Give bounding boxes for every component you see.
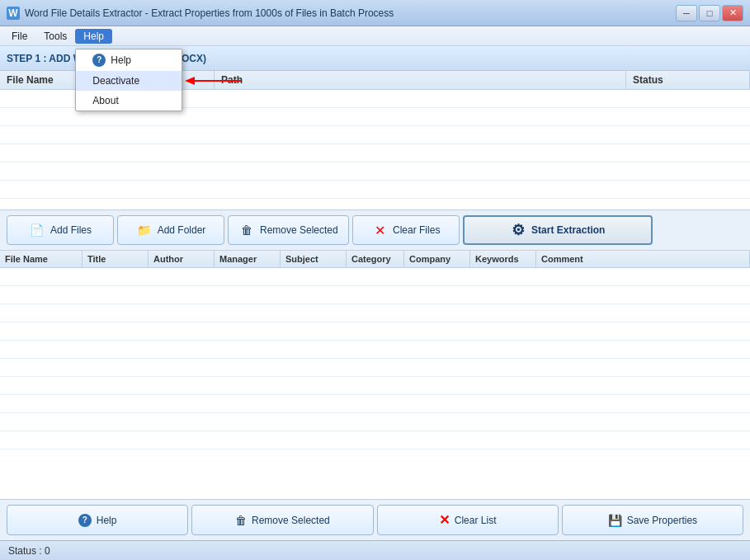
bth-manager: Manager: [215, 251, 281, 267]
close-button[interactable]: ✕: [722, 5, 743, 21]
table-row: [0, 322, 750, 341]
add-files-icon: 📄: [29, 222, 45, 238]
bth-comment: Comment: [536, 251, 750, 267]
bottom-table-body: [0, 268, 750, 499]
menu-tools[interactable]: Tools: [35, 29, 75, 44]
menu-help[interactable]: Help ? Help Deactivate About: [75, 29, 112, 44]
clear-files-button[interactable]: ✕ Clear Files: [352, 215, 460, 245]
th-status: Status: [626, 71, 750, 89]
status-bar: Status : 0: [0, 540, 750, 560]
table-row: [0, 431, 750, 449]
dropdown-deactivate-item[interactable]: Deactivate: [76, 71, 182, 91]
window-controls: ─ □ ✕: [676, 5, 743, 21]
help-circle-icon: ?: [78, 514, 92, 527]
minimize-button[interactable]: ─: [676, 5, 697, 21]
table-row: [0, 162, 750, 181]
clear-list-button[interactable]: ✕ Clear List: [377, 505, 559, 535]
main-area: STEP 1 : ADD WORD FILES (.DOC, .DOCX) Fi…: [0, 46, 750, 560]
help-dropdown: ? Help Deactivate About: [75, 49, 182, 111]
table-row: [0, 286, 750, 304]
bth-filename: File Name: [0, 251, 83, 267]
menu-bar: File Tools Help ? Help Deactivate About: [0, 26, 750, 46]
title-bar: W Word File Details Extractor - Extract …: [0, 0, 750, 26]
bottom-table-header: File Name Title Author Manager Subject C…: [0, 251, 750, 268]
remove-selected-bottom-button[interactable]: 🗑 Remove Selected: [191, 505, 373, 535]
button-row-2: ? Help 🗑 Remove Selected ✕ Clear List 💾 …: [0, 499, 750, 540]
button-row-1: 📄 Add Files 📁 Add Folder 🗑 Remove Select…: [0, 209, 750, 251]
restore-button[interactable]: □: [699, 5, 720, 21]
table-row: [0, 144, 750, 162]
table-row: [0, 181, 750, 199]
window-title: Word File Details Extractor - Extract Pr…: [25, 7, 676, 19]
status-value: 0: [45, 545, 50, 557]
add-folder-button[interactable]: 📁 Add Folder: [117, 215, 224, 245]
gear-icon: ⚙: [510, 222, 526, 238]
bth-author: Author: [149, 251, 215, 267]
clear-list-icon: ✕: [439, 512, 450, 528]
table-row: [0, 377, 750, 395]
table-row: [0, 413, 750, 431]
th-path: Path: [215, 71, 626, 89]
table-row: [0, 268, 750, 286]
bth-subject: Subject: [281, 251, 347, 267]
arrow-svg: [185, 75, 243, 87]
table-row: [0, 395, 750, 413]
clear-files-icon: ✕: [371, 222, 388, 238]
dropdown-help-item[interactable]: ? Help: [76, 49, 182, 71]
svg-marker-1: [185, 77, 195, 85]
add-files-button[interactable]: 📄 Add Files: [7, 215, 114, 245]
remove-selected-top-button[interactable]: 🗑 Remove Selected: [228, 215, 349, 245]
dropdown-about-item[interactable]: About: [76, 91, 182, 111]
remove-selected-top-icon: 🗑: [238, 222, 255, 238]
table-row: [0, 341, 750, 359]
app-icon: W: [7, 7, 20, 20]
bth-title: Title: [83, 251, 149, 267]
help-button[interactable]: ? Help: [7, 505, 188, 535]
bth-company: Company: [404, 251, 470, 267]
menu-file[interactable]: File: [3, 29, 35, 44]
start-extraction-button[interactable]: ⚙ Start Extraction: [463, 215, 653, 245]
bottom-properties-table: File Name Title Author Manager Subject C…: [0, 251, 750, 499]
bth-keywords: Keywords: [470, 251, 536, 267]
remove-selected-icon: 🗑: [235, 514, 247, 527]
save-properties-button[interactable]: 💾 Save Properties: [562, 505, 743, 535]
help-icon: ?: [92, 54, 106, 67]
table-row: [0, 359, 750, 377]
save-properties-icon: 💾: [608, 514, 622, 527]
table-row: [0, 126, 750, 144]
status-label: Status :: [8, 545, 42, 557]
empty-rows-bottom: [0, 268, 750, 449]
bth-category: Category: [347, 251, 404, 267]
add-folder-icon: 📁: [136, 222, 153, 238]
arrow-indicator: [185, 75, 243, 87]
table-row: [0, 304, 750, 322]
